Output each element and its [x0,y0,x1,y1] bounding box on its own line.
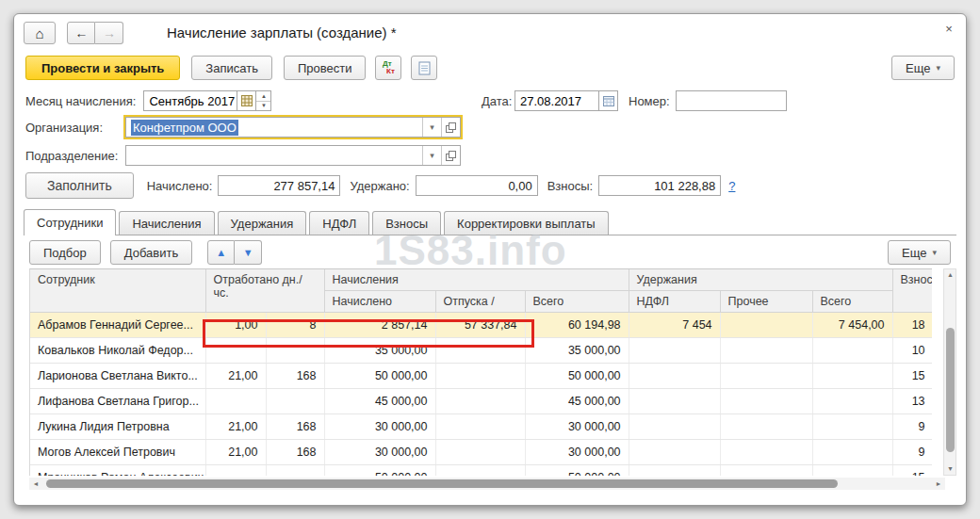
cell-hours[interactable]: 168 [266,440,324,465]
cell-contributions[interactable]: 10 [892,338,932,364]
cell-vacation[interactable] [435,389,525,414]
cell-other[interactable] [720,364,812,389]
close-button[interactable]: × [941,22,956,36]
col-ded-total[interactable]: Всего [812,291,892,313]
cell-days[interactable]: 21,00 [205,414,266,440]
tab-ndfl[interactable]: НДФЛ [309,211,369,235]
cell-total[interactable]: 30 000,00 [525,440,629,465]
cell-hours[interactable]: 168 [266,414,324,440]
tab-contributions[interactable]: Взносы [372,211,441,235]
cell-ndfl[interactable] [629,364,720,389]
cell-total[interactable]: 50 000,00 [525,364,629,389]
cell-ndfl[interactable] [629,440,720,465]
cell-days[interactable] [205,465,266,477]
vertical-scroll-thumb[interactable] [946,328,955,452]
fill-button[interactable]: Заполнить [25,172,134,199]
cell-employee[interactable]: Лукина Лидия Петровна [30,414,205,440]
post-button[interactable]: Провести [284,56,367,80]
cell-other[interactable] [720,465,812,477]
cell-total[interactable]: 30 000,00 [525,414,629,440]
cell-hours[interactable] [266,465,324,477]
cell-other[interactable] [720,414,812,440]
cell-ded-total[interactable] [812,440,892,465]
cell-hours[interactable] [266,338,324,364]
cell-ded-total[interactable] [812,338,892,364]
col-group-deductions[interactable]: Удержания [629,269,892,291]
cell-days[interactable]: 21,00 [205,440,266,465]
scroll-up-icon[interactable]: ▲ [944,269,956,281]
cell-vacation[interactable] [435,338,525,364]
cell-vacation[interactable] [435,414,525,440]
col-worked[interactable]: Отработано дн./чс. [205,269,324,313]
month-picker-button[interactable] [237,90,256,111]
withheld-field[interactable]: 0,00 [416,175,538,196]
cell-other[interactable] [720,338,812,364]
cell-contributions[interactable]: 15 [892,465,932,477]
cell-ded-total[interactable] [812,465,892,477]
col-vacation[interactable]: Отпуска / [435,291,525,313]
tab-accruals[interactable]: Начисления [119,211,214,235]
cell-vacation[interactable] [435,440,525,465]
cell-accrued[interactable]: 30 000,00 [324,440,435,465]
cell-employee[interactable]: Могов Алексей Петрович [30,440,205,465]
cell-ded-total[interactable]: 7 454,00 [812,313,892,338]
scroll-right-icon[interactable]: ► [932,480,945,487]
tab-deductions[interactable]: Удержания [218,211,307,235]
cell-accrued[interactable]: 30 000,00 [324,414,435,440]
cell-days[interactable]: 1,00 [205,313,266,338]
cell-ndfl[interactable] [629,338,720,364]
date-input[interactable]: 27.08.2017 [514,90,599,111]
forward-button[interactable]: → [95,22,123,44]
scroll-left-icon[interactable]: ◄ [29,480,42,487]
vertical-scrollbar[interactable]: ▲ ▼ [943,268,956,476]
cell-total[interactable]: 45 000,00 [525,389,629,414]
col-total[interactable]: Всего [525,291,629,313]
col-employee[interactable]: Сотрудник [30,269,205,313]
cell-vacation[interactable] [435,465,525,477]
department-input[interactable]: ▾ [125,145,461,166]
table-more-button[interactable]: Еще▾ [888,240,951,265]
cell-employee[interactable]: Лифанова Светлана Григор... [30,389,205,414]
tab-employees[interactable]: Сотрудники [24,209,116,235]
help-link[interactable]: ? [728,179,735,193]
post-and-close-button[interactable]: Провести и закрыть [25,56,180,80]
cell-hours[interactable] [266,389,324,414]
month-stepper[interactable]: ▲ ▼ [256,90,271,111]
cell-contributions[interactable]: 13 [892,389,932,414]
table-row[interactable]: Лукина Лидия Петровна 21,00 168 30 000,0… [30,414,932,440]
cell-accrued[interactable]: 2 857,14 [324,313,435,338]
cell-accrued[interactable]: 35 000,00 [324,338,435,364]
home-button[interactable]: ⌂ [24,22,56,44]
date-picker-button[interactable] [599,90,618,111]
table-row[interactable]: Ковальков Николай Федор... 35 000,00 35 … [30,338,932,364]
contributions-field[interactable]: 101 228,88 [598,175,721,196]
cell-hours[interactable]: 8 [266,313,324,338]
cell-total[interactable]: 50 000,00 [525,465,629,477]
table-row[interactable]: Мрачников Роман Алексеевич 50 000,00 50 … [30,465,932,477]
horizontal-scrollbar[interactable]: ◄ ► [29,478,945,490]
cell-employee[interactable]: Абрамов Геннадий Сергее... [30,313,205,338]
cell-ded-total[interactable] [812,389,892,414]
cell-contributions[interactable]: 9 [892,414,932,440]
scroll-down-icon[interactable]: ▼ [944,463,956,475]
month-input[interactable]: Сентябрь 2017 [143,90,237,111]
col-ndfl[interactable]: НДФЛ [629,291,720,313]
dtkt-button[interactable]: ДтКт [375,56,401,80]
cell-accrued[interactable]: 50 000,00 [324,364,435,389]
cell-contributions[interactable]: 18 [892,313,932,338]
cell-accrued[interactable]: 45 000,00 [324,389,435,414]
table-row[interactable]: Абрамов Геннадий Сергее... 1,00 8 2 857,… [30,313,932,338]
add-button[interactable]: Добавить [110,240,192,265]
open-link-icon[interactable] [441,118,460,137]
cell-days[interactable] [205,338,266,364]
cell-vacation[interactable] [435,364,525,389]
save-button[interactable]: Записать [191,56,272,80]
pick-button[interactable]: Подбор [29,240,101,265]
table-row[interactable]: Могов Алексей Петрович 21,00 168 30 000,… [30,440,932,465]
cell-contributions[interactable]: 15 [892,364,932,389]
cell-ndfl[interactable]: 7 454 [629,313,720,338]
cell-contributions[interactable]: 9 [892,440,932,465]
chevron-down-icon[interactable]: ▾ [422,146,441,165]
organization-input[interactable]: Конфетпром ООО ▾ [125,117,461,138]
cell-days[interactable] [205,389,266,414]
